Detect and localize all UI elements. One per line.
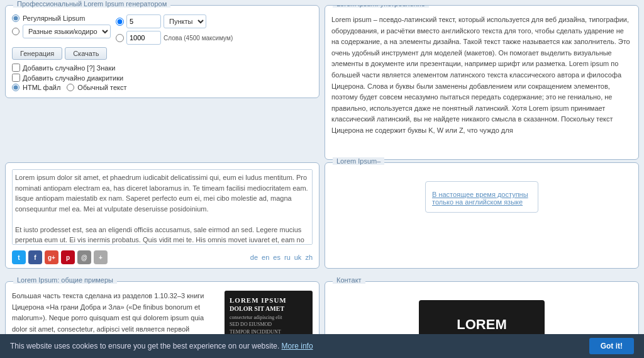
cookie-message: This website uses cookies to ensure you … bbox=[10, 342, 279, 350]
generate-button[interactable]: Генерация bbox=[12, 47, 62, 60]
gen-controls: Генерация Скачать bbox=[12, 47, 313, 60]
usage-text: Lorem ipsum – псевдо-латинский текст, ко… bbox=[331, 14, 632, 137]
add-random-row: Добавить случайно [?] Знаки bbox=[12, 64, 313, 72]
got-it-button[interactable]: Got it! bbox=[589, 338, 634, 354]
more-icon[interactable]: + bbox=[94, 250, 108, 264]
lang-es[interactable]: es bbox=[273, 254, 280, 261]
examples-title: Lorem Ipsum: общие примеры bbox=[13, 276, 117, 284]
radio-plain-label: Обычный текст bbox=[77, 84, 126, 91]
sample-line-2: DOLOR SIT AMET bbox=[230, 305, 308, 313]
google-plus-icon[interactable]: g+ bbox=[45, 250, 58, 264]
gen-top-row: Регулярный Lipsum Разные языки/кодировки bbox=[12, 14, 313, 47]
lorem-availability-link[interactable]: В настоящее время доступны только на анг… bbox=[432, 191, 531, 206]
radio-regular[interactable] bbox=[12, 14, 19, 22]
add-diacritics-label: Добавить случайно диакритики bbox=[23, 74, 123, 82]
facebook-icon[interactable]: f bbox=[28, 250, 42, 264]
contact-title: Контакт bbox=[333, 276, 365, 284]
languages-select[interactable]: Разные языки/кодировки bbox=[23, 25, 111, 38]
add-random-checkbox[interactable] bbox=[12, 64, 20, 72]
words-label: Слова (4500 максимум) bbox=[164, 35, 233, 42]
small-lorem-title: Lorem Ipsum– bbox=[333, 157, 384, 165]
top-section: Профессиональный Lorem Ipsum генератором… bbox=[0, 0, 644, 160]
lang-links: de en es ru uk zh bbox=[250, 254, 313, 261]
radio-type-2-row: Разные языки/кодировки bbox=[12, 25, 111, 38]
radio-type-1-label: Регулярный Lipsum bbox=[23, 14, 85, 22]
radio-type-1-row: Регулярный Lipsum bbox=[12, 14, 111, 22]
lang-zh[interactable]: zh bbox=[305, 254, 313, 261]
lang-de[interactable]: de bbox=[250, 254, 258, 261]
radio-count-2[interactable] bbox=[116, 34, 124, 42]
gen-left: Регулярный Lipsum Разные языки/кодировки bbox=[12, 14, 111, 47]
sample-line-1: LOREM IPSUM bbox=[230, 296, 308, 305]
unit-select[interactable]: Пункты bbox=[164, 14, 206, 28]
radio-html-label: HTML файл bbox=[23, 84, 60, 91]
output-format-row: HTML файл Обычный текст bbox=[12, 84, 313, 91]
sample-line-3: consectetur adipiscing elitSED DO EIUSMO… bbox=[230, 314, 308, 335]
radio-languages[interactable] bbox=[12, 28, 19, 35]
radio-html-row: HTML файл bbox=[12, 84, 60, 91]
gen-right: Пункты Слова (4500 максимум) bbox=[116, 14, 313, 47]
num-words-row-2: Слова (4500 максимум) bbox=[116, 31, 313, 45]
add-random-label: Добавить случайно [?] Знаки bbox=[23, 64, 115, 72]
cookie-more-info-link[interactable]: More info bbox=[282, 342, 313, 350]
count-input-1[interactable] bbox=[126, 14, 161, 28]
num-words-row-1: Пункты bbox=[116, 14, 313, 28]
cookie-text: This website uses cookies to ensure you … bbox=[10, 342, 584, 350]
add-diacritics-checkbox[interactable] bbox=[12, 74, 20, 82]
small-lorem-panel: Lorem Ipsum– В настоящее время доступны … bbox=[325, 162, 639, 269]
count-input-2[interactable] bbox=[126, 31, 161, 45]
lang-en[interactable]: en bbox=[262, 254, 269, 261]
usage-scroll[interactable]: Lorem ipsum – псевдо-латинский текст, ко… bbox=[331, 14, 632, 153]
pinterest-icon[interactable]: p bbox=[61, 250, 75, 264]
radio-html[interactable] bbox=[12, 84, 19, 91]
cookie-banner: This website uses cookies to ensure you … bbox=[0, 334, 644, 358]
output-textarea[interactable] bbox=[12, 169, 313, 245]
radio-plain-row: Обычный текст bbox=[67, 84, 126, 91]
lang-ru[interactable]: ru bbox=[284, 254, 291, 261]
radio-plain[interactable] bbox=[67, 84, 74, 91]
usage-panel: Lorem ipsum: употребление Lorem ipsum – … bbox=[325, 5, 639, 160]
page-wrapper: Профессиональный Lorem Ipsum генератором… bbox=[0, 0, 644, 358]
middle-section: t f g+ p @ + de en es ru uk zh Lorem Ips… bbox=[0, 160, 644, 269]
social-row: t f g+ p @ + de en es ru uk zh bbox=[12, 250, 313, 264]
usage-title: Lorem ipsum: употребление bbox=[333, 5, 429, 8]
add-diacritics-row: Добавить случайно диакритики bbox=[12, 74, 313, 82]
email-icon[interactable]: @ bbox=[77, 250, 91, 264]
radio-count-1[interactable] bbox=[116, 18, 124, 26]
lang-uk[interactable]: uk bbox=[294, 254, 302, 261]
twitter-icon[interactable]: t bbox=[12, 250, 26, 264]
generator-panel: Профессиональный Lorem Ipsum генератором… bbox=[5, 5, 319, 98]
generator-title: Профессиональный Lorem Ipsum генератором bbox=[13, 0, 170, 8]
output-panel: t f g+ p @ + de en es ru uk zh bbox=[5, 162, 319, 269]
download-button[interactable]: Скачать bbox=[65, 47, 107, 60]
small-panel-inner: В настоящее время доступны только на анг… bbox=[331, 172, 632, 222]
